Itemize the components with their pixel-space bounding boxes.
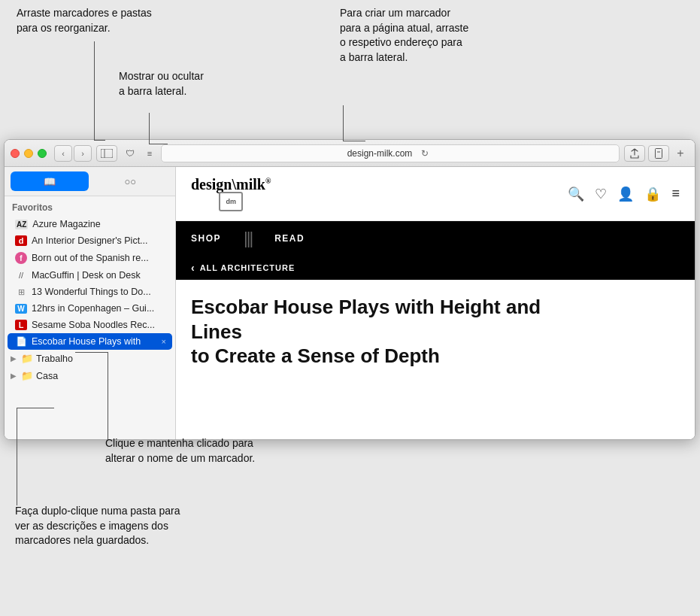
list-item[interactable]: AZ Azure Magazine: [5, 216, 175, 232]
annotation-sidebar-toggle: Mostrar ou ocultar a barra lateral.: [119, 69, 239, 99]
site-logo: design\milk® dm: [191, 176, 271, 211]
copenhagen-icon: W: [15, 304, 27, 314]
browser-window: ‹ › 🛡 ≡ design-milk.com ↻: [4, 139, 695, 440]
folder-icon: 📁: [21, 353, 33, 364]
bookmarks-sidebar: 📖 ○○ Favoritos AZ Azure Magazine d An In…: [5, 167, 176, 439]
article-title: Escobar House Plays with Height and Line…: [191, 295, 567, 369]
site-header: design\milk® dm 🔍 ♡ 👤 🔒 ≡: [176, 167, 695, 221]
reader-icon[interactable]: ≡: [141, 145, 158, 162]
close-button[interactable]: [11, 149, 20, 158]
item-label: Sesame Soba Noodles Rec...: [32, 320, 169, 330]
item-label: An Interior Designer's Pict...: [32, 235, 169, 246]
nav-read[interactable]: READ: [274, 233, 305, 244]
add-bookmark-button[interactable]: [648, 145, 669, 162]
folder-icon: 📁: [21, 370, 33, 381]
annotation-create-bookmark: Para criar um marcador para a página atu…: [340, 6, 528, 65]
list-item[interactable]: d An Interior Designer's Pict...: [5, 232, 175, 249]
new-tab-button[interactable]: +: [672, 145, 689, 162]
list-item[interactable]: f Born out of the Spanish re...: [5, 249, 175, 267]
list-item-active[interactable]: 📄 Escobar House Plays with ×: [8, 333, 172, 350]
item-label: Born out of the Spanish re...: [32, 253, 169, 263]
sidebar-tab-bar: 📖 ○○: [5, 167, 175, 196]
azure-icon: AZ: [15, 220, 28, 229]
svg-rect-0: [101, 149, 113, 158]
item-label: MacGuffin | Desk on Desk: [32, 270, 169, 281]
macguffin-icon: //: [15, 271, 27, 280]
share-button[interactable]: [624, 145, 645, 162]
article-body: Escobar House Plays with Height and Line…: [176, 280, 695, 376]
main-content-area: design\milk® dm 🔍 ♡ 👤 🔒 ≡ SHOP ||| READ: [176, 167, 695, 439]
logo-icon-row: dm: [219, 192, 243, 211]
back-button[interactable]: ‹: [54, 145, 72, 162]
annotation-rename-bookmark: Clique e mantenha clicado para alterar o…: [105, 436, 286, 466]
list-item[interactable]: ⊞ 13 Wonderful Things to Do...: [5, 284, 175, 300]
account-icon[interactable]: 👤: [617, 186, 634, 202]
wishlist-icon[interactable]: ♡: [595, 186, 607, 202]
article-breadcrumb[interactable]: ‹ ALL ARCHITECTURE: [176, 256, 695, 280]
folder-casa[interactable]: ▶ 📁 Casa: [5, 367, 175, 384]
folder-label: Trabalho: [36, 354, 73, 364]
site-nav: SHOP ||| READ: [176, 221, 695, 256]
annotation-line: [343, 105, 344, 141]
tab-reading-list[interactable]: ○○: [92, 171, 170, 191]
chevron-right-icon: ▶: [11, 372, 18, 380]
search-icon[interactable]: 🔍: [568, 186, 584, 202]
list-item[interactable]: W 12hrs in Copenhagen – Gui...: [5, 300, 175, 317]
reading-list-icon: ○○: [124, 176, 136, 187]
forward-button[interactable]: ›: [74, 145, 92, 162]
menu-icon[interactable]: ≡: [671, 186, 680, 202]
favorites-header: Favoritos: [5, 196, 175, 216]
escobar-icon: 📄: [15, 336, 27, 347]
url-bar-container: 🛡 ≡ design-milk.com ↻: [122, 144, 620, 162]
annotation-line: [94, 41, 95, 141]
list-item[interactable]: // MacGuffin | Desk on Desk: [5, 267, 175, 284]
article-area: ‹ ALL ARCHITECTURE Escobar House Plays w…: [176, 256, 695, 376]
annotation-folder-double-click: Faça duplo-clique numa pasta para ver as…: [15, 504, 207, 548]
toolbar-right: +: [624, 145, 689, 162]
browser-content: 📖 ○○ Favoritos AZ Azure Magazine d An In…: [5, 167, 695, 439]
nav-shop[interactable]: SHOP: [191, 233, 221, 244]
nav-buttons: ‹ ›: [54, 145, 92, 162]
tab-bookmarks[interactable]: 📖: [11, 171, 89, 191]
item-close-icon[interactable]: ×: [162, 337, 166, 346]
folder-label: Casa: [36, 371, 58, 381]
url-text: design-milk.com: [347, 148, 413, 159]
lock-icon: 🛡: [122, 145, 138, 162]
minimize-button[interactable]: [24, 149, 33, 158]
item-label: 12hrs in Copenhagen – Gui...: [32, 303, 169, 314]
svg-rect-2: [656, 148, 662, 158]
title-bar: ‹ › 🛡 ≡ design-milk.com ↻: [5, 140, 695, 167]
folder-trabalho[interactable]: ▶ 📁 Trabalho: [5, 350, 175, 367]
item-label: Azure Magazine: [32, 219, 169, 229]
item-label: Escobar House Plays with: [32, 336, 156, 347]
logo-box-icon: dm: [219, 192, 243, 211]
site-header-icons: 🔍 ♡ 👤 🔒 ≡: [568, 186, 680, 202]
list-item[interactable]: L Sesame Soba Noodles Rec...: [5, 317, 175, 333]
interior-icon: d: [15, 235, 27, 246]
wonderful-icon: ⊞: [15, 287, 27, 297]
soba-icon: L: [15, 320, 27, 330]
logo-text: design\milk®: [191, 176, 271, 193]
nav-divider: |||: [244, 229, 252, 248]
item-label: 13 Wonderful Things to Do...: [32, 287, 169, 297]
born-icon: f: [15, 252, 27, 264]
reload-button[interactable]: ↻: [417, 145, 433, 162]
bookmarks-icon: 📖: [44, 176, 56, 187]
breadcrumb-arrow: ‹: [191, 262, 195, 274]
maximize-button[interactable]: [38, 149, 47, 158]
chevron-right-icon: ▶: [11, 354, 18, 363]
breadcrumb-text: ALL ARCHITECTURE: [200, 263, 295, 272]
sidebar-toggle-button[interactable]: [96, 145, 117, 162]
annotation-reorganize: Arraste marcadores e pastas para os reor…: [17, 6, 178, 35]
url-bar[interactable]: design-milk.com ↻: [161, 144, 620, 162]
cart-icon[interactable]: 🔒: [644, 186, 661, 202]
